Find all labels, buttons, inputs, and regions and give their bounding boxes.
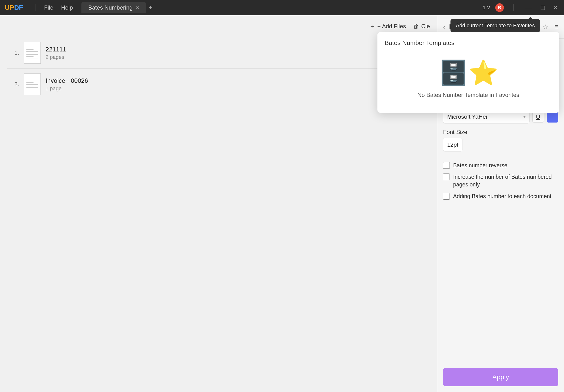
settings-icon[interactable]: ≡ xyxy=(554,23,558,31)
favorites-popup: Bates Number Templates 🗄️⭐ No Bates Numb… xyxy=(378,32,559,113)
tabs-area: Bates Numbering × + xyxy=(81,2,483,14)
menu-help[interactable]: Help xyxy=(57,2,77,13)
bates-increase-row: Increase the number of Bates numbered pa… xyxy=(443,173,558,188)
minimize-button[interactable]: — xyxy=(523,3,534,13)
empty-state-text: No Bates Number Template in Favorites xyxy=(417,92,519,98)
version-caret-icon: ∨ xyxy=(487,5,491,11)
bates-each-label: Adding Bates number to each document xyxy=(453,192,551,200)
file-list-area: ＋ + Add Files 🗑 Cle 1. xyxy=(0,15,437,392)
tab-label: Bates Numbering xyxy=(88,4,132,11)
right-panel: ‹ Bates Numbering ⊞ ☆ ≡ Add current Temp… xyxy=(437,15,564,392)
main-area: ＋ + Add Files 🗑 Cle 1. xyxy=(0,15,564,392)
favorites-star-icon[interactable]: ☆ xyxy=(543,23,549,31)
popup-title: Bates Number Templates xyxy=(385,39,552,47)
app-logo: UPDF xyxy=(5,4,23,12)
user-avatar[interactable]: B xyxy=(495,3,504,12)
trash-icon: 🗑 xyxy=(413,23,419,30)
file-name: Invoice - 00026 xyxy=(45,77,410,84)
table-row: 2. Invoice - 00026 1 page 52KB xyxy=(7,69,430,100)
titlebar-divider xyxy=(35,4,35,11)
bates-increase-label: Increase the number of Bates numbered pa… xyxy=(453,173,558,188)
file-index: 2. xyxy=(10,81,19,88)
file-info: Invoice - 00026 1 page xyxy=(45,77,410,92)
titlebar: UPDF File Help Bates Numbering × + 1 ∨ B… xyxy=(0,0,564,15)
file-pages: 2 pages xyxy=(45,54,407,60)
bates-reverse-row: Bates number reverse xyxy=(443,162,558,169)
clear-label: Cle xyxy=(421,23,430,30)
file-index: 1. xyxy=(10,50,19,56)
add-to-favorites-tooltip: Add current Template to Favorites xyxy=(451,19,540,32)
menu-file[interactable]: File xyxy=(40,2,57,13)
bates-increase-checkbox[interactable] xyxy=(443,174,450,180)
bates-each-row: Adding Bates number to each document xyxy=(443,192,558,200)
close-button[interactable]: × xyxy=(551,3,559,13)
version-selector[interactable]: 1 ∨ xyxy=(483,5,490,11)
font-size-group: Font Size 12pt xyxy=(443,129,558,151)
bates-reverse-checkbox[interactable] xyxy=(443,162,450,169)
file-thumbnail xyxy=(24,73,41,95)
table-row: 1. 221111 2 pages 419KB xyxy=(7,37,430,69)
add-files-button[interactable]: ＋ + Add Files xyxy=(369,23,406,30)
file-info: 221111 2 pages xyxy=(45,46,407,60)
thumb-preview xyxy=(26,80,38,89)
bates-reverse-label: Bates number reverse xyxy=(453,162,507,169)
file-name: 221111 xyxy=(45,46,407,53)
file-thumbnail xyxy=(24,42,41,64)
apply-button[interactable]: Apply xyxy=(443,368,558,386)
font-size-label: Font Size xyxy=(443,129,558,135)
add-files-label: + Add Files xyxy=(378,23,406,30)
cabinet-icon: 🗄️⭐ xyxy=(438,59,498,87)
empty-state: 🗄️⭐ No Bates Number Template in Favorite… xyxy=(385,54,552,106)
version-number: 1 xyxy=(483,5,485,11)
tooltip-text: Add current Template to Favorites xyxy=(456,23,535,28)
tab-close-icon[interactable]: × xyxy=(136,5,139,11)
clear-button[interactable]: 🗑 Cle xyxy=(413,23,430,30)
maximize-button[interactable]: □ xyxy=(539,3,547,13)
bates-each-checkbox[interactable] xyxy=(443,193,450,200)
thumb-preview xyxy=(26,47,38,59)
tab-bates-numbering[interactable]: Bates Numbering × xyxy=(81,2,146,14)
controls-divider xyxy=(513,4,514,11)
panel-back-icon[interactable]: ‹ xyxy=(443,23,445,31)
tab-add-icon[interactable]: + xyxy=(149,4,153,12)
toolbar: ＋ + Add Files 🗑 Cle xyxy=(7,23,430,30)
titlebar-controls: 1 ∨ B — □ × xyxy=(483,3,559,13)
file-pages: 1 page xyxy=(45,85,410,92)
font-size-select[interactable]: 12pt xyxy=(443,138,463,151)
add-files-icon: ＋ xyxy=(369,23,375,30)
